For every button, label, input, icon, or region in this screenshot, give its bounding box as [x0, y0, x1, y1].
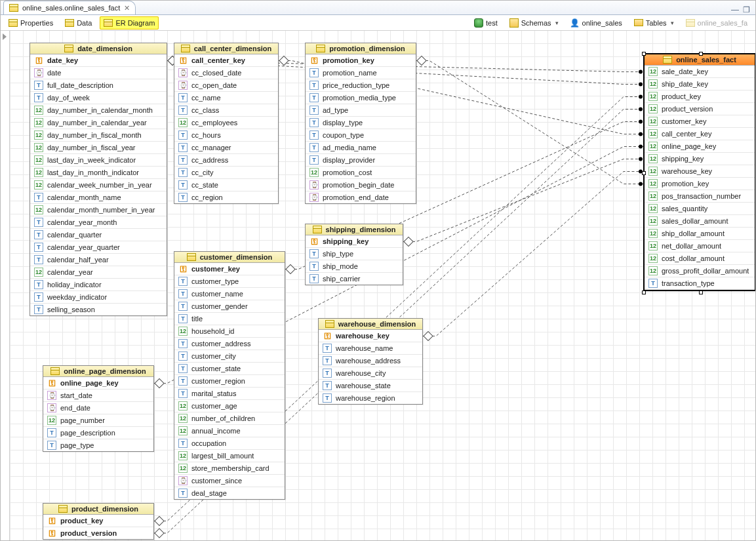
column-row[interactable]: Tad_media_name: [306, 142, 416, 154]
column-row[interactable]: Tmarital_status: [174, 388, 285, 400]
column-row[interactable]: 12number_of_children: [174, 412, 285, 425]
column-row[interactable]: Tcalendar_year_quarter: [30, 241, 167, 254]
column-row[interactable]: 12promotion_key: [645, 178, 755, 190]
column-row[interactable]: Tcustomer_name: [174, 288, 285, 300]
selection-handle[interactable]: [699, 52, 703, 56]
entity-header[interactable]: online_page_dimension: [43, 366, 153, 377]
entity-call_center_dimension[interactable]: call_center_dimension⚿call_center_key⌚cc…: [174, 43, 279, 204]
column-row[interactable]: 12day_number_in_fiscal_month: [30, 129, 167, 142]
column-row[interactable]: ⚿product_version: [43, 527, 153, 539]
column-row[interactable]: 12sales_dollar_amount: [645, 215, 755, 228]
column-row[interactable]: 12largest_bill_amount: [174, 450, 285, 462]
column-row[interactable]: 12cost_dollar_amount: [645, 252, 755, 265]
entity-online_sales_fact[interactable]: online_sales_fact12sale_date_key12ship_d…: [643, 53, 755, 291]
column-row[interactable]: 12day_number_in_fiscal_year: [30, 142, 167, 154]
column-row[interactable]: 12promotion_cost: [306, 167, 416, 179]
entity-header[interactable]: promotion_dimension: [306, 43, 416, 54]
column-row[interactable]: Tcustomer_city: [174, 350, 285, 363]
selection-handle[interactable]: [642, 52, 646, 56]
column-row[interactable]: Tcalendar_month_name: [30, 191, 167, 204]
selection-handle[interactable]: [642, 171, 646, 175]
column-row[interactable]: ⌚end_date: [43, 402, 153, 414]
column-row[interactable]: Tcustomer_region: [174, 375, 285, 388]
column-row[interactable]: 12call_center_key: [645, 128, 755, 140]
column-row[interactable]: ⌚promotion_begin_date: [306, 179, 416, 191]
column-row[interactable]: 12warehouse_key: [645, 165, 755, 178]
column-row[interactable]: Tcc_address: [174, 154, 278, 167]
column-row[interactable]: Tship_carrier: [306, 273, 403, 285]
column-row[interactable]: 12ship_dollar_amount: [645, 228, 755, 240]
bc-schema[interactable]: 👤 online_sales: [567, 16, 626, 30]
entity-header[interactable]: customer_dimension: [174, 252, 285, 263]
column-row[interactable]: Tholiday_indicator: [30, 279, 167, 291]
column-row[interactable]: 12customer_key: [645, 115, 755, 128]
column-row[interactable]: 12calendar_week_number_in_year: [30, 179, 167, 191]
column-row[interactable]: 12shipping_key: [645, 153, 755, 165]
column-row[interactable]: Twarehouse_address: [319, 355, 422, 367]
column-row[interactable]: ⌚date: [30, 67, 167, 79]
column-row[interactable]: 12store_membership_card: [174, 462, 285, 475]
column-row[interactable]: ⚿product_key: [43, 515, 153, 527]
column-row[interactable]: 12gross_profit_dollar_amount: [645, 265, 755, 277]
column-row[interactable]: Tdeal_stage: [174, 487, 285, 499]
column-row[interactable]: 12product_version: [645, 103, 755, 115]
entity-header[interactable]: product_dimension: [43, 504, 153, 515]
column-row[interactable]: ⚿online_page_key: [43, 377, 153, 390]
column-row[interactable]: 12ship_date_key: [645, 78, 755, 90]
column-row[interactable]: Tcc_region: [174, 191, 278, 203]
column-row[interactable]: Tcc_class: [174, 104, 278, 117]
column-row[interactable]: Tcustomer_state: [174, 363, 285, 375]
column-row[interactable]: 12sales_quantity: [645, 203, 755, 215]
column-row[interactable]: 12household_id: [174, 325, 285, 338]
column-row[interactable]: 12day_number_in_calendar_year: [30, 117, 167, 129]
tab-data[interactable]: Data: [61, 16, 96, 30]
column-row[interactable]: 12annual_income: [174, 425, 285, 437]
column-row[interactable]: 12net_dollar_amount: [645, 240, 755, 252]
column-row[interactable]: Tship_type: [306, 248, 403, 260]
column-row[interactable]: ⚿call_center_key: [174, 54, 278, 67]
column-row[interactable]: Tad_type: [306, 104, 416, 117]
column-row[interactable]: Tdisplay_type: [306, 117, 416, 129]
column-row[interactable]: 12page_number: [43, 414, 153, 427]
column-row[interactable]: Tcc_hours: [174, 129, 278, 142]
bc-tables[interactable]: Tables ▾: [630, 16, 678, 30]
column-row[interactable]: Twarehouse_name: [319, 342, 422, 355]
column-row[interactable]: Tfull_date_description: [30, 79, 167, 92]
column-row[interactable]: Tcc_name: [174, 92, 278, 104]
restore-icon[interactable]: ❐: [743, 5, 750, 14]
column-row[interactable]: ⌚cc_closed_date: [174, 67, 278, 79]
column-row[interactable]: Ttransaction_type: [645, 277, 755, 290]
palette-gutter[interactable]: [1, 31, 10, 540]
column-row[interactable]: Twarehouse_state: [319, 380, 422, 392]
file-tab[interactable]: online_sales.online_sales_fact ✕: [3, 1, 136, 14]
column-row[interactable]: 12sale_date_key: [645, 66, 755, 78]
column-row[interactable]: 12cc_employees: [174, 117, 278, 129]
column-row[interactable]: Tcustomer_gender: [174, 300, 285, 313]
close-tab-icon[interactable]: ✕: [124, 4, 130, 12]
column-row[interactable]: ⚿customer_key: [174, 263, 285, 275]
column-row[interactable]: Tselling_season: [30, 304, 167, 315]
column-row[interactable]: Tpage_type: [43, 439, 153, 451]
entity-header[interactable]: online_sales_fact: [645, 54, 755, 66]
entity-product_dimension[interactable]: product_dimension⚿product_key⚿product_ve…: [43, 503, 154, 540]
column-row[interactable]: 12customer_age: [174, 400, 285, 412]
column-row[interactable]: Tcc_state: [174, 179, 278, 191]
column-row[interactable]: Tday_of_week: [30, 92, 167, 104]
column-row[interactable]: Tcalendar_half_year: [30, 254, 167, 266]
column-row[interactable]: Ttitle: [174, 313, 285, 325]
column-row[interactable]: Tdisplay_provider: [306, 154, 416, 167]
column-row[interactable]: ⌚promotion_end_date: [306, 191, 416, 203]
entity-customer_dimension[interactable]: customer_dimension⚿customer_keyTcustomer…: [174, 251, 285, 500]
column-row[interactable]: Tweekday_indicator: [30, 291, 167, 304]
column-row[interactable]: ⚿warehouse_key: [319, 330, 422, 342]
column-row[interactable]: ⌚cc_open_date: [174, 79, 278, 92]
selection-handle[interactable]: [699, 291, 703, 294]
column-row[interactable]: Tcoupon_type: [306, 129, 416, 142]
minimize-icon[interactable]: —: [731, 5, 739, 14]
column-row[interactable]: Tship_mode: [306, 260, 403, 273]
entity-online_page_dimension[interactable]: online_page_dimension⚿online_page_key⌚st…: [43, 365, 154, 452]
column-row[interactable]: Tcustomer_address: [174, 338, 285, 350]
entity-header[interactable]: call_center_dimension: [174, 43, 278, 54]
column-row[interactable]: 12calendar_month_number_in_year: [30, 204, 167, 216]
column-row[interactable]: Tpage_description: [43, 427, 153, 439]
